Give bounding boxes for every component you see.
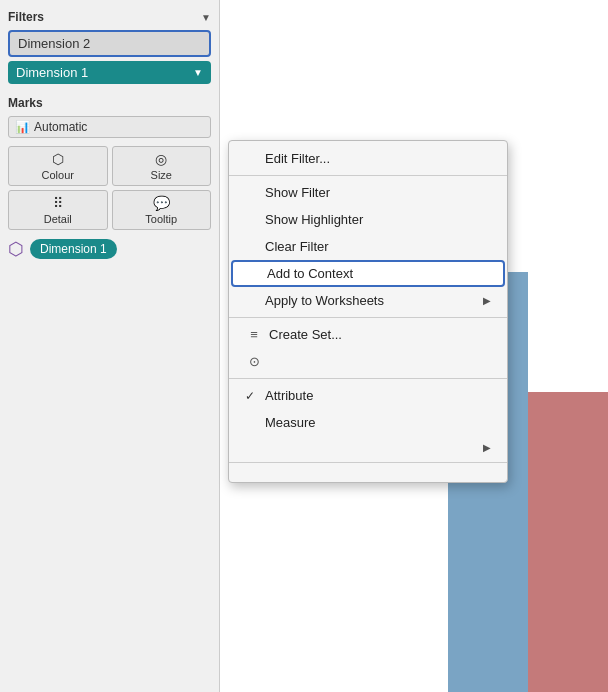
colour-label: Colour (42, 169, 74, 181)
measure-arrow: ▶ (483, 442, 491, 453)
menu-item-apply-to-worksheets[interactable]: Apply to Worksheets ▶ (229, 287, 507, 314)
menu-item-show-filter[interactable]: Show Filter (229, 179, 507, 206)
filter-dim1-label: Dimension 1 (16, 65, 88, 80)
marks-type-selector[interactable]: 📊 Automatic (8, 116, 211, 138)
show-highlighter-label: Show Highlighter (265, 212, 363, 227)
marks-type-icon: 📊 (15, 120, 30, 134)
tooltip-icon: 💬 (153, 195, 170, 211)
menu-item-sort[interactable]: ≡ Create Set... (229, 321, 507, 348)
tooltip-button[interactable]: 💬 Tooltip (112, 190, 212, 230)
menu-item-attribute[interactable]: Measure (229, 409, 507, 436)
detail-label: Detail (44, 213, 72, 225)
chart-bar-red (528, 392, 608, 692)
colour-button[interactable]: ⬡ Colour (8, 146, 108, 186)
menu-item-measure[interactable]: ▶ (229, 436, 507, 459)
size-button[interactable]: ◎ Size (112, 146, 212, 186)
tooltip-label: Tooltip (145, 213, 177, 225)
menu-item-edit-filter[interactable]: Edit Filter... (229, 145, 507, 172)
sort-label: Create Set... (269, 327, 342, 342)
filter-dim2-label: Dimension 2 (18, 36, 90, 51)
dimension-label: Attribute (265, 388, 313, 403)
filters-dropdown-arrow[interactable]: ▼ (201, 12, 211, 23)
sort-icon: ≡ (245, 327, 263, 342)
menu-item-remove[interactable] (229, 466, 507, 478)
detail-icon: ⠿ (53, 195, 63, 211)
filter-dim1-arrow: ▼ (193, 67, 203, 78)
dimension1-dots-icon: ⬡ (8, 238, 24, 260)
filter-dim1[interactable]: Dimension 1 ▼ (8, 61, 211, 84)
edit-filter-label: Edit Filter... (265, 151, 330, 166)
menu-item-dimension[interactable]: ✓ Attribute (229, 382, 507, 409)
filters-section: Filters ▼ Dimension 2 Dimension 1 ▼ (8, 10, 211, 84)
marks-type-label: Automatic (34, 120, 87, 134)
filters-label: Filters (8, 10, 44, 24)
colour-icon: ⬡ (52, 151, 64, 167)
menu-separator-4 (229, 462, 507, 463)
menu-item-show-highlighter[interactable]: Show Highlighter (229, 206, 507, 233)
marks-header: Marks (8, 96, 211, 110)
context-menu: Edit Filter... Show Filter Show Highligh… (228, 140, 508, 483)
add-to-context-label: Add to Context (267, 266, 353, 281)
apply-to-worksheets-arrow: ▶ (483, 295, 491, 306)
marks-section: Marks 📊 Automatic ⬡ Colour ◎ Size ⠿ Deta… (8, 96, 211, 260)
filter-dim2[interactable]: Dimension 2 (8, 30, 211, 57)
size-label: Size (151, 169, 172, 181)
detail-button[interactable]: ⠿ Detail (8, 190, 108, 230)
menu-item-clear-filter[interactable]: Clear Filter (229, 233, 507, 260)
filters-header: Filters ▼ (8, 10, 211, 24)
dimension1-pill-label: Dimension 1 (40, 242, 107, 256)
clear-filter-label: Clear Filter (265, 239, 329, 254)
attribute-label: Measure (265, 415, 316, 430)
dimension-check: ✓ (245, 389, 259, 403)
menu-separator-1 (229, 175, 507, 176)
size-icon: ◎ (155, 151, 167, 167)
dimension1-pill[interactable]: Dimension 1 (30, 239, 117, 259)
show-filter-label: Show Filter (265, 185, 330, 200)
marks-grid: ⬡ Colour ◎ Size ⠿ Detail 💬 Tooltip (8, 146, 211, 230)
apply-to-worksheets-label: Apply to Worksheets (265, 293, 384, 308)
menu-separator-2 (229, 317, 507, 318)
dimension1-row: ⬡ Dimension 1 (8, 238, 211, 260)
menu-separator-3 (229, 378, 507, 379)
left-panel: Filters ▼ Dimension 2 Dimension 1 ▼ Mark… (0, 0, 220, 692)
create-set-icon: ⊙ (245, 354, 263, 369)
marks-label: Marks (8, 96, 43, 110)
menu-item-create-set[interactable]: ⊙ (229, 348, 507, 375)
menu-item-add-to-context[interactable]: Add to Context (231, 260, 505, 287)
